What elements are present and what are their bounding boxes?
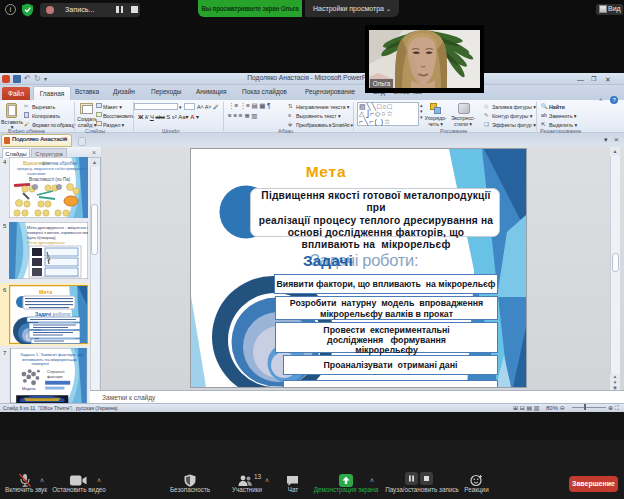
- svg-text:Властивості (по Па): Властивості (по Па): [29, 177, 71, 182]
- svg-text:Після дресирування:: Після дресирування:: [27, 240, 66, 245]
- svg-text:Мета: Мета: [39, 289, 53, 295]
- svg-text:впливають на мікрорельєф: впливають на мікрорельєф: [22, 357, 77, 362]
- svg-text:Модель: Модель: [22, 387, 36, 391]
- svg-text:наявними: наявними: [27, 171, 45, 176]
- svg-text:фактори:: фактори:: [47, 375, 63, 379]
- svg-text:поверхні: поверхні: [32, 361, 49, 366]
- svg-text:Спіральні: Спіральні: [47, 370, 64, 374]
- svg-text:Задачі роботи:: Задачі роботи:: [35, 311, 72, 317]
